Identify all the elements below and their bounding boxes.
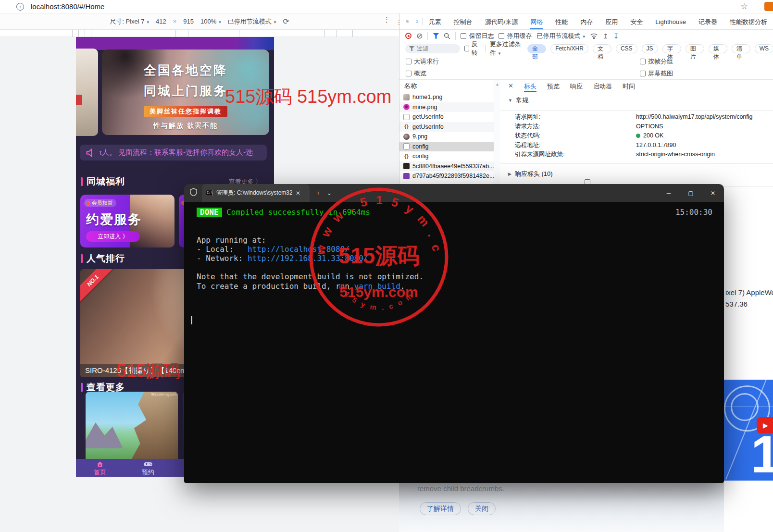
rotate-icon[interactable]: ⟳ xyxy=(283,17,289,26)
tab-initiator[interactable]: 启动器 xyxy=(593,80,612,92)
filter-pill-img[interactable]: 图片 xyxy=(686,44,704,53)
viewport-height[interactable]: 915 xyxy=(183,18,194,25)
general-section-header[interactable]: ▼ 常规 xyxy=(500,92,773,108)
checkbox[interactable] xyxy=(461,33,466,39)
big-request-rows-checkbox[interactable]: 大请求行 xyxy=(406,57,640,66)
preserve-log-checkbox[interactable]: 保留日志 xyxy=(461,32,494,40)
close-drawer-button[interactable]: 关闭 xyxy=(468,502,496,515)
throttle-dropdown[interactable]: 已停用节流模式 xyxy=(536,32,585,40)
zoom-select[interactable]: 100% xyxy=(200,18,221,25)
response-headers-section[interactable]: ▶ 响应标头 (10) xyxy=(500,166,773,182)
filter-pill-font[interactable]: 字体 xyxy=(662,44,681,53)
record-button[interactable] xyxy=(405,33,411,39)
request-row[interactable]: home1.png xyxy=(399,92,500,102)
overview-checkbox[interactable]: 概览 xyxy=(406,69,640,78)
terminal-clock: 15:00:30 xyxy=(675,208,712,217)
nav-item-booking[interactable]: 预约 xyxy=(124,459,172,477)
device-select[interactable]: 尺寸: Pixel 7 xyxy=(110,17,149,26)
filter-input[interactable] xyxy=(417,45,460,52)
carousel-prev-slide[interactable] xyxy=(76,49,98,136)
tab-headers[interactable]: 标头 xyxy=(524,80,536,92)
close-icon[interactable]: ✕ xyxy=(702,184,724,202)
disable-cache-checkbox[interactable]: 停用缓存 xyxy=(499,32,532,40)
request-row[interactable]: d797ab45f922893f5981482e... xyxy=(399,171,500,181)
tab-application[interactable]: 应用 xyxy=(605,13,618,30)
throttle-select[interactable]: 已停用节流模式 xyxy=(228,17,276,26)
devtools-resize-handle[interactable]: ⋮ xyxy=(396,18,402,26)
filter-pill-fetch-xhr[interactable]: Fetch/XHR xyxy=(550,44,588,53)
ruler-tick xyxy=(188,30,188,37)
checkbox[interactable] xyxy=(640,59,646,64)
request-row[interactable]: {}config xyxy=(399,151,500,161)
more-filters-dropdown[interactable]: 更多过滤条件 xyxy=(490,40,523,57)
tab-sources[interactable]: 源代码/来源 xyxy=(485,13,518,30)
tab-memory[interactable]: 内存 xyxy=(580,13,593,30)
gamepad-icon xyxy=(142,461,154,467)
request-row[interactable]: 5c8804fbaaee49ef559337ab... xyxy=(399,161,500,172)
minimize-icon[interactable]: ─ xyxy=(658,184,680,202)
tab-response[interactable]: 响应 xyxy=(570,80,583,92)
checkbox[interactable] xyxy=(406,71,411,76)
search-icon[interactable] xyxy=(444,33,450,39)
tab-security[interactable]: 安全 xyxy=(630,13,643,30)
request-list-header[interactable]: 名称 xyxy=(399,80,500,92)
device-toolbar-menu-icon[interactable]: ⋮ xyxy=(383,15,390,24)
checkbox[interactable] xyxy=(406,59,411,64)
request-row-selected[interactable]: config xyxy=(399,142,500,152)
filter-pill-ws[interactable]: WS xyxy=(755,44,773,53)
service-card[interactable]: ◆ 会员权益 约爱服务 立即进入 》 xyxy=(80,195,175,247)
gallery-card-landscape[interactable]: 5llav.mm-cg.com xyxy=(86,392,178,462)
filter-pill-media[interactable]: 媒体 xyxy=(709,44,727,53)
request-row[interactable]: 9.png xyxy=(399,132,500,142)
ruler-tick xyxy=(91,30,91,37)
inspect-icon[interactable] xyxy=(406,18,409,25)
url-text[interactable]: localhost:8080/#/Home xyxy=(31,2,104,11)
tab-performance-insights[interactable]: 性能数据分析 xyxy=(730,13,767,30)
maximize-icon[interactable]: ▢ xyxy=(680,184,702,202)
network-conditions-icon[interactable] xyxy=(590,33,598,39)
nav-item-home[interactable]: 首页 xyxy=(76,459,124,477)
divider xyxy=(500,163,773,164)
checkbox[interactable] xyxy=(640,71,646,76)
request-row[interactable]: getUserInfo xyxy=(399,112,500,122)
extension-icon[interactable] xyxy=(764,2,773,11)
filter-icon[interactable] xyxy=(433,33,439,39)
bookmark-star-icon[interactable]: ☆ xyxy=(741,1,748,12)
page-info-icon[interactable]: i xyxy=(16,3,24,11)
enter-now-button[interactable]: 立即进入 》 xyxy=(86,231,140,242)
group-by-frame-checkbox[interactable]: 按帧分组 xyxy=(640,57,673,66)
export-har-icon[interactable]: ↧ xyxy=(613,32,619,40)
tab-console[interactable]: 控制台 xyxy=(454,13,473,30)
terminal-tab[interactable]: C:\ 管理员: C:\windows\system32 ✕ xyxy=(202,184,310,202)
viewport-width[interactable]: 412 xyxy=(156,18,166,25)
checkbox[interactable] xyxy=(464,46,469,51)
promo-thumbnail[interactable]: ▶ 1 xyxy=(724,363,773,482)
screenshots-checkbox[interactable]: 屏幕截图 xyxy=(640,69,673,78)
clear-icon[interactable]: ⊘ xyxy=(416,33,423,39)
filter-pill-manifest[interactable]: 清单 xyxy=(732,44,750,53)
filter-pill-all[interactable]: 全部 xyxy=(527,44,546,53)
scroll-up-icon[interactable]: ▲ xyxy=(496,82,499,87)
tab-elements[interactable]: 元素 xyxy=(429,13,441,30)
invert-checkbox[interactable]: 反转 xyxy=(464,40,481,57)
request-row[interactable]: mine.png xyxy=(399,102,500,112)
tab-timing[interactable]: 时间 xyxy=(623,80,635,92)
tab-network[interactable]: 网络 xyxy=(530,13,543,30)
filter-input-pill[interactable] xyxy=(405,44,460,53)
import-har-icon[interactable]: ↥ xyxy=(603,32,609,40)
filter-pill-js[interactable]: JS xyxy=(642,44,658,53)
tab-lighthouse[interactable]: Lighthouse xyxy=(655,14,686,29)
close-icon[interactable]: ✕ xyxy=(508,82,513,89)
kv-value: http://500.haiwaiym17.top/api/system/con… xyxy=(636,112,753,122)
tab-recorder[interactable]: 记录器 xyxy=(698,13,717,30)
checkbox[interactable] xyxy=(499,33,504,39)
tab-close-icon[interactable]: ✕ xyxy=(296,190,300,197)
notice-marquee[interactable]: τ人。 见面流程：联系客服-选择你喜欢的女人-选 xyxy=(80,145,267,161)
request-row[interactable]: {}getUserInfo xyxy=(399,122,500,132)
device-toolbar-icon[interactable] xyxy=(416,18,419,25)
tab-performance[interactable]: 性能 xyxy=(555,13,568,30)
learn-more-button[interactable]: 了解详情 xyxy=(420,502,461,515)
filter-pill-css[interactable]: CSS xyxy=(616,44,637,53)
tab-preview[interactable]: 预览 xyxy=(547,80,560,92)
filter-pill-doc[interactable]: 文档 xyxy=(593,44,611,53)
